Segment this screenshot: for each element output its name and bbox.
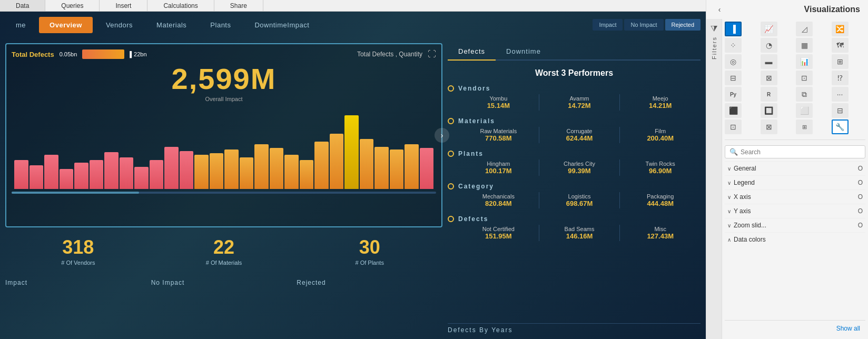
- bar-27: [420, 148, 434, 189]
- accordion-datacolors[interactable]: ∧ Data colors: [725, 232, 865, 246]
- category-value-1: 698.67M: [542, 200, 617, 207]
- expand-icon[interactable]: ⛶: [428, 49, 436, 59]
- viz-icon-ribbon[interactable]: 🔀: [832, 22, 849, 36]
- performer-vendors: Vendors Yombu 15.14M Avamm 14.72M Meejo …: [448, 85, 701, 111]
- category-value-2: 444.48M: [623, 200, 698, 207]
- viz-icon-special5[interactable]: ⊡: [725, 119, 742, 134]
- chevron-general-icon: ∨: [727, 166, 731, 172]
- viz-icon-card[interactable]: ▬: [761, 54, 777, 69]
- tab-plants[interactable]: Plants: [200, 17, 241, 33]
- tab-overview[interactable]: Overview: [39, 17, 93, 33]
- search-input[interactable]: [741, 148, 861, 156]
- right-sidebar: ‹ Visualizations ⧩ Filters ▐ 📈 ◿ 🔀 ⁘ ◔ ▦…: [706, 0, 868, 339]
- chevron-datacolors-icon: ∧: [727, 237, 731, 243]
- vendor-value-0: 15.14M: [461, 102, 536, 109]
- viz-icon-special6[interactable]: ⊠: [761, 119, 777, 134]
- viz-icon-decomp[interactable]: ⁉: [832, 71, 849, 85]
- category-col-2: Packaging 444.48M: [620, 192, 701, 208]
- no-impact-button[interactable]: No Impact: [624, 19, 663, 31]
- menu-calculations[interactable]: Calculations: [147, 0, 214, 11]
- sidebar-title: Visualizations: [804, 5, 860, 14]
- tab-downtime[interactable]: Downtime: [496, 43, 551, 59]
- viz-icon-kpi[interactable]: 📊: [796, 54, 813, 69]
- viz-icon-map[interactable]: 🗺: [832, 38, 849, 53]
- plant-col-1: Charles City 99.39M: [539, 159, 620, 176]
- filter-icon[interactable]: ⧩: [711, 24, 717, 34]
- menu-queries[interactable]: Queries: [45, 0, 100, 11]
- viz-icon-matrix[interactable]: ⊟: [725, 71, 742, 85]
- menu-insert[interactable]: Insert: [100, 0, 147, 11]
- material-col-1: Corrugate 624.44M: [539, 127, 620, 143]
- material-value-0: 770.58M: [461, 134, 536, 142]
- viz-icon-filter-active[interactable]: 🔧: [832, 119, 849, 134]
- accordion-legend[interactable]: ∨ Legend O: [725, 175, 865, 190]
- menu-data[interactable]: Data: [0, 0, 45, 11]
- detail-tabs: Defects Downtime: [448, 43, 701, 61]
- category-name-1: Logistics: [542, 193, 617, 200]
- rejected-button[interactable]: Rejected: [665, 19, 701, 31]
- plant-value-1: 99.39M: [542, 167, 617, 175]
- nav-tabs: me Overview Vendors Materials Plants Dow…: [0, 12, 706, 38]
- bar-1: [29, 165, 44, 189]
- show-all-row: Show all: [725, 320, 865, 336]
- viz-icon-special3[interactable]: ⬜: [796, 103, 813, 118]
- viz-icon-table[interactable]: ⊞: [832, 54, 849, 69]
- viz-icon-scatter[interactable]: ⁘: [725, 38, 742, 53]
- chart-next-arrow[interactable]: ›: [435, 128, 449, 143]
- plant-value-2: 96.90M: [623, 167, 698, 175]
- viz-icon-line[interactable]: 📈: [761, 22, 777, 36]
- performer-plants: Plants Hingham 100.17M Charles City 99.3…: [448, 150, 701, 176]
- viz-icon-pie[interactable]: ◔: [761, 38, 777, 53]
- kpi-row: 318 # Of Vendors 22 # Of Materials 30 # …: [5, 233, 442, 270]
- kpi-plants-number: 30: [359, 236, 380, 258]
- performer-materials-header: Materials: [448, 117, 701, 125]
- plant-value-0: 100.17M: [461, 167, 536, 175]
- category-col-1: Logistics 698.67M: [539, 192, 620, 208]
- bar-0: [14, 160, 28, 189]
- bar-22: [344, 115, 359, 189]
- viz-icon-treemap[interactable]: ▦: [796, 38, 813, 53]
- performer-category-header: Category: [448, 183, 701, 190]
- defects-dot: [448, 216, 454, 222]
- accordion-yaxis[interactable]: ∨ Y axis O: [725, 204, 865, 218]
- viz-icon-py[interactable]: Py: [725, 87, 742, 102]
- category-dot: [448, 183, 454, 190]
- kpi-vendors: 318 # Of Vendors: [5, 233, 151, 270]
- viz-icon-waterfall[interactable]: ⊡: [796, 71, 813, 85]
- performer-defects-header: Defects: [448, 215, 701, 223]
- vendors-dot: [448, 85, 454, 92]
- accordion-legend-value: O: [858, 179, 863, 186]
- chart-header: Total Defects 0.05bn ▌22bn Total Defects…: [12, 49, 436, 59]
- viz-icon-gauge[interactable]: ◎: [725, 54, 742, 69]
- bar-25: [390, 149, 404, 189]
- viz-icon-funnel[interactable]: ⊠: [761, 71, 777, 85]
- viz-icon-bar[interactable]: ▐: [725, 22, 742, 36]
- viz-icon-more[interactable]: ···: [832, 87, 849, 102]
- viz-icon-custom1[interactable]: ⧉: [796, 87, 813, 102]
- tab-materials[interactable]: Materials: [146, 17, 197, 33]
- bar-10: [164, 147, 179, 189]
- accordion-zoomslide[interactable]: ∨ Zoom slid... O: [725, 218, 865, 232]
- vendor-col-2: Meejo 14.21M: [620, 94, 701, 111]
- materials-values: Raw Materials 770.58M Corrugate 624.44M …: [458, 127, 701, 143]
- menu-share[interactable]: Share: [214, 0, 263, 11]
- tab-downtime-impact[interactable]: DowntimeImpact: [244, 17, 320, 33]
- vendor-name-2: Meejo: [623, 95, 698, 102]
- gauge-bar: [82, 49, 124, 59]
- tab-vendors[interactable]: Vendors: [95, 17, 143, 33]
- viz-icon-table2[interactable]: ⊞: [796, 119, 813, 134]
- sidebar-collapse-button[interactable]: ‹: [714, 4, 725, 15]
- viz-icon-area[interactable]: ◿: [796, 22, 813, 36]
- viz-icon-special4[interactable]: ⊟: [832, 103, 849, 118]
- plant-name-2: Twin Rocks: [623, 161, 698, 167]
- accordion-xaxis[interactable]: ∨ X axis O: [725, 190, 865, 204]
- viz-icon-special1[interactable]: ⬛: [725, 103, 742, 118]
- tab-me[interactable]: me: [5, 17, 36, 33]
- tab-defects[interactable]: Defects: [448, 43, 496, 61]
- show-all-button[interactable]: Show all: [836, 325, 860, 332]
- impact-button[interactable]: Impact: [593, 19, 623, 31]
- viz-icon-special2[interactable]: 🔲: [761, 103, 777, 118]
- content-area: Total Defects 0.05bn ▌22bn Total Defects…: [0, 38, 706, 339]
- viz-icon-r[interactable]: R: [761, 87, 777, 102]
- accordion-general[interactable]: ∨ General O: [725, 161, 865, 175]
